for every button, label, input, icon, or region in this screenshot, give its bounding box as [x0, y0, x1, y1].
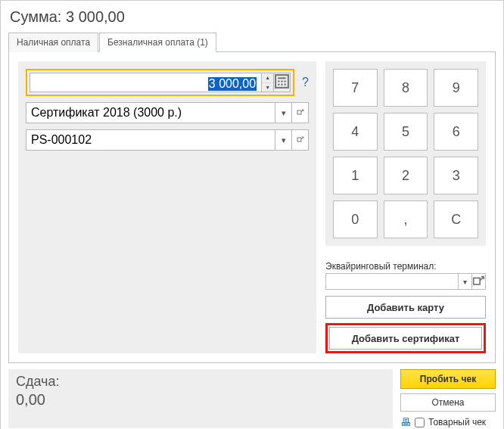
- terminal-input[interactable]: [325, 273, 459, 290]
- tab-panel-cashless: 3 000,00 ▲ ▼ ?: [8, 51, 496, 363]
- key-1[interactable]: 1: [333, 157, 378, 194]
- change-box: Сдача: 0,00: [8, 369, 393, 428]
- payment-window: Сумма: 3 000,00 Наличная оплата Безналич…: [0, 0, 504, 429]
- key-5[interactable]: 5: [384, 113, 428, 151]
- title-prefix: Сумма:: [10, 8, 61, 25]
- svg-point-6: [278, 83, 280, 85]
- key-clear[interactable]: C: [434, 201, 478, 238]
- key-comma[interactable]: ,: [384, 201, 428, 238]
- certificate-number-input[interactable]: [26, 129, 275, 151]
- tab-cashless[interactable]: Безналичная оплата (1): [99, 33, 216, 52]
- open-icon[interactable]: [292, 102, 309, 123]
- footer: Сдача: 0,00 Пробить чек Отмена 🖶 Товарны…: [8, 369, 496, 428]
- dropdown-icon[interactable]: ▾: [459, 273, 472, 290]
- add-card-button[interactable]: Добавить карту: [325, 296, 486, 319]
- svg-point-8: [285, 83, 287, 85]
- key-9[interactable]: 9: [434, 69, 478, 107]
- certificate-type-row: ▾: [26, 102, 309, 123]
- page-title: Сумма: 3 000,00: [10, 8, 496, 26]
- key-4[interactable]: 4: [333, 113, 378, 151]
- footer-actions: Пробить чек Отмена 🖶 Товарный чек: [400, 369, 496, 428]
- spinner-down-icon[interactable]: ▼: [262, 83, 273, 92]
- svg-point-3: [278, 80, 280, 82]
- goods-receipt-checkbox[interactable]: [415, 418, 425, 427]
- help-icon[interactable]: ?: [302, 76, 309, 89]
- change-label: Сдача:: [16, 374, 385, 390]
- svg-rect-11: [297, 138, 301, 141]
- change-value: 0,00: [16, 391, 385, 409]
- key-6[interactable]: 6: [434, 113, 478, 151]
- svg-point-5: [285, 80, 287, 82]
- payment-tabs: Наличная оплата Безналичная оплата (1) 3…: [8, 32, 496, 363]
- terminal-row: ▾: [325, 273, 486, 290]
- add-cert-highlight: Добавить сертификат: [325, 323, 486, 353]
- key-2[interactable]: 2: [384, 157, 428, 194]
- certificate-type-input[interactable]: [26, 102, 275, 123]
- right-column: 7 8 9 4 5 6 1 2 3 0 , C Эквайринговый те…: [325, 61, 486, 353]
- key-8[interactable]: 8: [384, 69, 428, 107]
- title-amount: 3 000,00: [66, 8, 125, 25]
- amount-row: 3 000,00 ▲ ▼ ?: [26, 69, 309, 96]
- calculator-icon[interactable]: [274, 73, 291, 92]
- terminal-label: Эквайринговый терминал:: [325, 261, 486, 272]
- punch-receipt-button[interactable]: Пробить чек: [400, 369, 496, 389]
- key-7[interactable]: 7: [333, 69, 378, 107]
- add-certificate-button[interactable]: Добавить сертификат: [329, 327, 482, 350]
- svg-point-4: [281, 80, 283, 82]
- printer-icon[interactable]: 🖶: [400, 416, 411, 428]
- payment-fields: 3 000,00 ▲ ▼ ?: [18, 61, 316, 353]
- dropdown-icon[interactable]: ▾: [275, 102, 292, 123]
- goods-receipt-row: 🖶 Товарный чек: [400, 416, 496, 428]
- key-3[interactable]: 3: [434, 157, 478, 194]
- open-icon[interactable]: [292, 129, 309, 151]
- dropdown-icon[interactable]: ▾: [275, 129, 292, 151]
- amount-input[interactable]: 3 000,00: [30, 73, 262, 92]
- spinner-up-icon[interactable]: ▲: [262, 73, 273, 83]
- numeric-keypad: 7 8 9 4 5 6 1 2 3 0 , C: [325, 61, 486, 246]
- tabstrip: Наличная оплата Безналичная оплата (1): [8, 32, 496, 51]
- svg-point-7: [281, 83, 283, 85]
- certificate-number-row: ▾: [26, 129, 309, 151]
- tab-cash[interactable]: Наличная оплата: [8, 33, 98, 52]
- amount-input-focus-frame: 3 000,00 ▲ ▼: [26, 69, 294, 96]
- cancel-button[interactable]: Отмена: [400, 393, 496, 412]
- open-icon[interactable]: [472, 273, 486, 290]
- goods-receipt-label: Товарный чек: [428, 417, 486, 427]
- svg-rect-13: [474, 278, 481, 284]
- key-0[interactable]: 0: [333, 201, 378, 238]
- svg-rect-9: [297, 110, 301, 114]
- amount-spinner[interactable]: ▲ ▼: [262, 73, 274, 92]
